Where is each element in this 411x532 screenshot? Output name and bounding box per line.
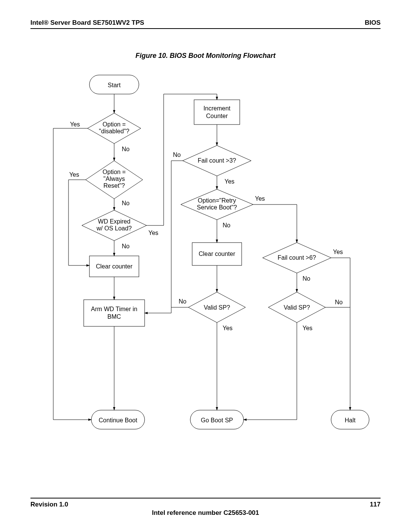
txt2b: "Always — [104, 176, 125, 182]
txt12: Go Boot SP — [201, 417, 233, 423]
header-left: Intel® Server Board SE7501WV2 TPS — [30, 19, 144, 27]
lbl-no-7: No — [303, 275, 311, 282]
node-option-retry-service-boot: Option="Retry Service Boot"? — [181, 189, 253, 220]
lbl-no-6: No — [179, 298, 187, 305]
txt15: Halt — [345, 417, 356, 423]
node-increment-counter: Increment Counter — [194, 100, 240, 125]
txt11: Valid SP? — [204, 304, 230, 311]
txt2c: Reset"? — [104, 182, 125, 189]
node-wd-expired: WD Expired w/ OS Load? — [82, 210, 147, 241]
lbl-yes-2: Yes — [69, 171, 79, 178]
figure-title: Figure 10. BIOS Boot Monitoring Flowchar… — [30, 52, 381, 60]
lbl-no-3: No — [122, 243, 130, 249]
edge — [244, 323, 297, 420]
node-valid-sp-right: Valid SP? — [268, 292, 325, 323]
txt14: Valid SP? — [284, 304, 310, 311]
node-clear-counter-left: Clear counter — [89, 256, 139, 277]
page-header: Intel® Server Board SE7501WV2 TPS BIOS — [30, 19, 381, 29]
lbl-yes-7: Yes — [333, 249, 343, 255]
lbl-yes-3: Yes — [148, 230, 158, 236]
txt4: Clear counter — [96, 263, 133, 270]
flowchart-svg: Start Option = "disabled"? Yes No Option… — [30, 71, 381, 433]
txt7a: Increment — [203, 105, 231, 112]
lbl-yes-6: Yes — [223, 325, 233, 331]
lbl-yes-8: Yes — [303, 325, 312, 331]
header-right: BIOS — [365, 19, 381, 27]
txt5a: Arm WD Timer in — [91, 306, 137, 312]
node-start: Start — [89, 75, 139, 94]
svg-rect-5 — [84, 300, 145, 326]
node-continue-boot: Continue Boot — [91, 410, 145, 429]
txt3a: WD Expired — [98, 218, 130, 225]
flowchart-container: Start Option = "disabled"? Yes No Option… — [30, 71, 381, 435]
txt3b: w/ OS Load? — [96, 225, 132, 232]
txt9a: Option="Retry — [198, 197, 236, 204]
lbl-no-1: No — [122, 146, 130, 152]
edge — [331, 258, 350, 410]
node-valid-sp-mid: Valid SP? — [188, 292, 245, 323]
node-clear-counter-mid: Clear counter — [192, 243, 242, 265]
footer-center: Intel reference number C25653-001 — [30, 509, 381, 517]
node-option-disabled: Option = "disabled"? — [88, 113, 141, 144]
txt10: Clear counter — [199, 251, 236, 257]
lbl-no-5: No — [223, 222, 231, 228]
txt2a: Option = — [103, 169, 126, 175]
node-fail-count-3: Fail count >3? — [183, 145, 251, 176]
txt1b: "disabled"? — [99, 128, 129, 134]
node-halt: Halt — [331, 410, 369, 429]
footer-left: Revision 1.0 — [30, 501, 68, 508]
txt8: Fail count >3? — [198, 157, 236, 164]
page-container: Intel® Server Board SE7501WV2 TPS BIOS F… — [30, 19, 381, 510]
lbl-no-4: No — [173, 152, 181, 158]
edge — [68, 180, 89, 265]
txt1a: Option = — [103, 121, 126, 128]
txt6: Continue Boot — [99, 417, 137, 423]
lbl-no-2: No — [122, 200, 130, 206]
node-go-boot-sp: Go Boot SP — [190, 410, 244, 429]
node-option-always-reset: Option = "Always Reset"? — [86, 161, 143, 199]
node-arm-wd-timer: Arm WD Timer in BMC — [84, 300, 145, 326]
footer-right: 117 — [370, 501, 381, 508]
lbl-no-8: No — [335, 299, 343, 305]
node-start-label: Start — [108, 82, 121, 88]
txt5b: BMC — [107, 313, 121, 320]
txt7b: Counter — [206, 113, 228, 119]
svg-rect-7 — [194, 100, 240, 125]
lbl-yes-1: Yes — [70, 121, 80, 128]
page-footer: Revision 1.0 117 Intel reference number … — [30, 498, 381, 517]
txt9b: Service Boot"? — [197, 204, 237, 211]
txt13: Fail count >6? — [278, 254, 316, 261]
node-fail-count-6: Fail count >6? — [263, 243, 331, 273]
lbl-yes-4: Yes — [225, 178, 234, 185]
lbl-yes-5: Yes — [255, 195, 265, 202]
edge — [253, 204, 297, 243]
